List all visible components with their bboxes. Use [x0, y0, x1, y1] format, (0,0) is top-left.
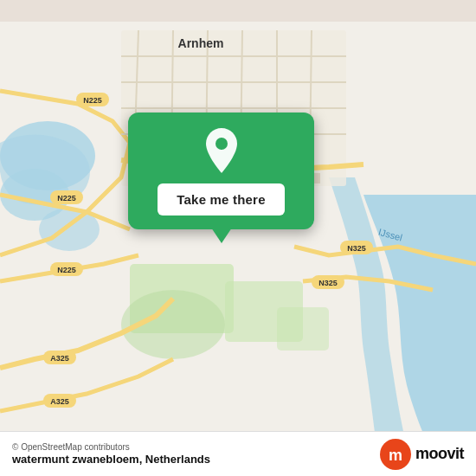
svg-text:Arnhem: Arnhem [178, 36, 224, 50]
svg-text:m: m [389, 447, 402, 464]
svg-text:N225: N225 [57, 194, 76, 203]
svg-point-43 [215, 138, 228, 150]
svg-text:N225: N225 [83, 96, 102, 105]
map-background: N225 N225 N225 A325 A325 N325 N325 Arnhe… [0, 0, 476, 476]
location-name: watermunt zwanebloem, Netherlands [12, 453, 210, 466]
footer-bar: © OpenStreetMap contributors watermunt z… [0, 431, 476, 476]
svg-text:N325: N325 [318, 279, 338, 287]
svg-text:N325: N325 [347, 244, 366, 253]
map-container: N225 N225 N225 A325 A325 N325 N325 Arnhe… [0, 0, 476, 476]
footer-left: © OpenStreetMap contributors watermunt z… [12, 442, 210, 466]
osm-credit: © OpenStreetMap contributors [12, 442, 210, 452]
location-pin-icon [199, 128, 244, 173]
svg-text:A325: A325 [50, 354, 69, 363]
take-me-there-button[interactable]: Take me there [158, 183, 284, 215]
moovit-icon: m [380, 439, 411, 470]
moovit-text: moovit [415, 445, 464, 463]
moovit-logo: m moovit [380, 439, 464, 470]
popup-card: Take me there [128, 113, 314, 229]
svg-rect-7 [277, 307, 329, 351]
svg-text:N225: N225 [57, 266, 76, 274]
svg-text:A325: A325 [50, 397, 69, 406]
